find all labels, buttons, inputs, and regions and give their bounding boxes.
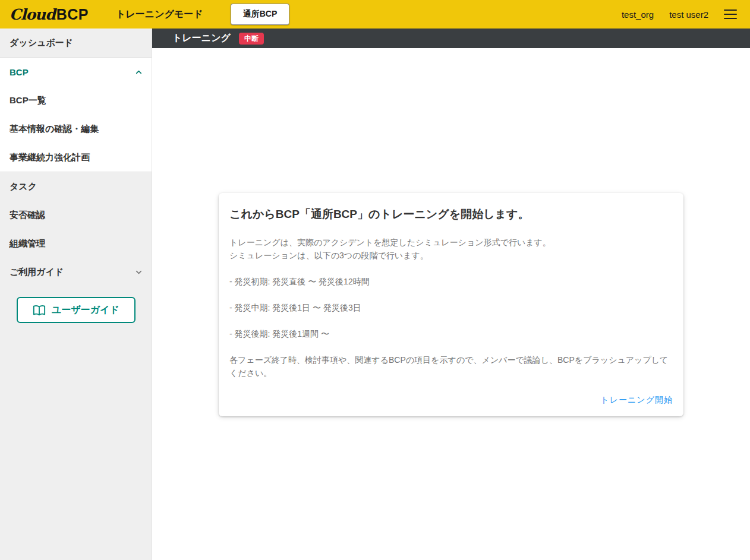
card-body: トレーニングは、実際のアクシデントを想定したシミュレーション形式で行います。 シ… xyxy=(229,236,673,379)
logo-bcp-text: BCP xyxy=(56,6,89,23)
intro-line-2: シミュレーションは、以下の3つの段階で行います。 xyxy=(229,249,673,262)
sidebar: ダッシュボード BCP BCP一覧 基本情報の確認・編集 事業継続力強化計画 タ… xyxy=(0,29,152,560)
chevron-down-icon xyxy=(134,268,143,277)
phase-late: - 発災後期: 発災後1週間 〜 xyxy=(229,327,673,340)
logo-cloud-text: Cloud xyxy=(10,6,55,23)
intro-line-1: トレーニングは、実際のアクシデントを想定したシミュレーション形式で行います。 xyxy=(229,236,673,249)
page-layout: ダッシュボード BCP BCP一覧 基本情報の確認・編集 事業継続力強化計画 タ… xyxy=(0,29,750,560)
status-badge: 中断 xyxy=(239,33,264,45)
org-name[interactable]: test_org xyxy=(622,10,654,20)
sidebar-item-tasks[interactable]: タスク xyxy=(0,172,152,201)
sidebar-item-label: ご利用ガイド xyxy=(10,267,64,278)
start-training-link[interactable]: トレーニング開始 xyxy=(600,395,673,406)
sidebar-item-label: 基本情報の確認・編集 xyxy=(10,124,99,135)
outro-text: 各フェーズ終了時、検討事項や、関連するBCPの項目を示すので、メンバーで議論し、… xyxy=(229,353,673,379)
sidebar-item-label: ダッシュボード xyxy=(10,37,73,49)
sidebar-item-basic-info-edit[interactable]: 基本情報の確認・編集 xyxy=(0,115,152,143)
sidebar-item-label: BCP一覧 xyxy=(10,95,46,106)
training-start-card: これからBCP「通所BCP」のトレーニングを開始します。 トレーニングは、実際の… xyxy=(219,193,683,416)
training-mode-label: トレーニングモード xyxy=(116,8,203,21)
chevron-up-icon xyxy=(134,68,143,77)
sidebar-item-bcp-list[interactable]: BCP一覧 xyxy=(0,86,152,115)
sidebar-item-label: 組織管理 xyxy=(10,238,45,249)
sidebar-item-label: タスク xyxy=(10,181,37,192)
app-logo[interactable]: CloudBCP xyxy=(10,6,89,23)
card-title: これからBCP「通所BCP」のトレーニングを開始します。 xyxy=(229,206,673,223)
phase-initial: - 発災初期: 発災直後 〜 発災後12時間 xyxy=(229,275,673,288)
sidebar-item-label: BCP xyxy=(10,67,29,77)
sidebar-item-usage-guide[interactable]: ご利用ガイド xyxy=(0,258,152,286)
top-bar: CloudBCP トレーニングモード 通所BCP test_org test u… xyxy=(0,0,750,29)
sidebar-item-dashboard[interactable]: ダッシュボード xyxy=(0,29,152,57)
content-area: これからBCP「通所BCP」のトレーニングを開始します。 トレーニングは、実際の… xyxy=(152,48,750,560)
sidebar-item-safety-check[interactable]: 安否確認 xyxy=(0,201,152,229)
page-header-bar: トレーニング 中断 xyxy=(152,29,750,48)
main-area: トレーニング 中断 これからBCP「通所BCP」のトレーニングを開始します。 ト… xyxy=(152,29,750,560)
topbar-right: test_org test user2 xyxy=(622,10,740,20)
hamburger-menu-icon[interactable] xyxy=(724,10,737,19)
phase-middle: - 発災中期: 発災後1日 〜 発災後3日 xyxy=(229,301,673,314)
card-actions: トレーニング開始 xyxy=(229,395,673,406)
user-guide-button[interactable]: ユーザーガイド xyxy=(17,297,135,323)
page-title: トレーニング xyxy=(172,32,231,45)
sidebar-item-business-continuity-plan[interactable]: 事業継続力強化計画 xyxy=(0,143,152,172)
user-name[interactable]: test user2 xyxy=(669,10,708,20)
book-icon xyxy=(33,305,46,316)
sidebar-item-organization[interactable]: 組織管理 xyxy=(0,229,152,258)
sidebar-item-label: 安否確認 xyxy=(10,210,45,221)
sidebar-item-bcp[interactable]: BCP xyxy=(0,58,152,86)
sidebar-group-bcp: BCP BCP一覧 基本情報の確認・編集 事業継続力強化計画 xyxy=(0,57,152,172)
user-guide-label: ユーザーガイド xyxy=(52,304,119,317)
sidebar-item-label: 事業継続力強化計画 xyxy=(10,152,90,163)
current-bcp-button[interactable]: 通所BCP xyxy=(231,4,290,25)
